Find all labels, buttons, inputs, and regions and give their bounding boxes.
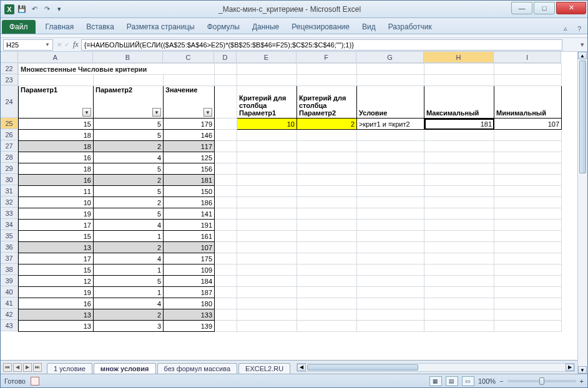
cell[interactable]: 5	[94, 130, 164, 141]
row-header[interactable]: 41	[1, 298, 18, 309]
cell[interactable]	[494, 287, 562, 298]
cell[interactable]: 2	[297, 119, 357, 130]
cell[interactable]: 18	[19, 130, 94, 141]
cell[interactable]	[215, 163, 237, 175]
sheet-tab[interactable]: EXCEL2.RU	[238, 363, 290, 374]
cell[interactable]	[237, 298, 297, 309]
cell[interactable]	[237, 253, 297, 264]
cell[interactable]: Значение▼	[164, 86, 215, 119]
ribbon-tab[interactable]: Вставка	[80, 20, 120, 34]
cell[interactable]	[237, 231, 297, 242]
cells-area[interactable]: Множественные Числовые критерииПараметр1…	[18, 63, 577, 360]
cell[interactable]	[237, 197, 297, 208]
column-header[interactable]: F	[296, 52, 356, 63]
cell[interactable]: 184	[164, 276, 215, 287]
scroll-right-icon[interactable]: ▶	[566, 364, 574, 371]
cell[interactable]	[357, 152, 424, 163]
cell[interactable]: 4	[94, 220, 164, 231]
cell[interactable]	[357, 197, 424, 208]
cell[interactable]	[424, 321, 494, 332]
cell[interactable]: 150	[164, 186, 215, 197]
cell[interactable]	[297, 253, 357, 264]
ribbon-tab[interactable]: Вид	[356, 20, 382, 34]
file-tab[interactable]: Файл	[2, 20, 36, 34]
cell[interactable]: 19	[19, 208, 94, 220]
cancel-formula-icon[interactable]: ✕	[57, 41, 62, 48]
cell[interactable]: 10	[19, 197, 94, 208]
cell[interactable]: 107	[164, 242, 215, 253]
cell[interactable]	[424, 287, 494, 298]
column-header[interactable]: B	[93, 52, 163, 63]
row-header[interactable]: 43	[1, 320, 18, 331]
cell[interactable]	[215, 220, 237, 231]
cell[interactable]: 161	[164, 231, 215, 242]
cell[interactable]: 16	[19, 152, 94, 163]
cell[interactable]	[297, 75, 357, 86]
minimize-button[interactable]: —	[511, 2, 532, 14]
cell[interactable]	[357, 141, 424, 152]
row-header[interactable]: 29	[1, 163, 18, 174]
cell[interactable]: 16	[19, 298, 94, 309]
cell[interactable]: 1	[94, 264, 164, 276]
cell[interactable]: 13	[19, 309, 94, 321]
cell[interactable]: 11	[19, 186, 94, 197]
cell[interactable]	[494, 321, 562, 332]
cell[interactable]: 4	[94, 298, 164, 309]
accept-formula-icon[interactable]: ✓	[64, 41, 69, 48]
cell[interactable]: 125	[164, 152, 215, 163]
macro-record-icon[interactable]	[31, 377, 39, 386]
cell[interactable]	[357, 175, 424, 186]
cell[interactable]: Множественные Числовые критерии	[19, 64, 215, 75]
cell[interactable]: 5	[94, 276, 164, 287]
cell[interactable]: 109	[164, 264, 215, 276]
vscroll-thumb[interactable]	[579, 61, 586, 173]
row-header[interactable]: 30	[1, 174, 18, 185]
cell[interactable]: 191	[164, 220, 215, 231]
filter-dropdown-icon[interactable]: ▼	[203, 108, 212, 117]
cell[interactable]: Минимальный	[494, 86, 562, 119]
cell[interactable]	[237, 163, 297, 175]
sheet-tab[interactable]: без формул массива	[157, 363, 238, 374]
ribbon-tab[interactable]: Данные	[246, 20, 285, 34]
cell[interactable]	[494, 130, 562, 141]
cell[interactable]	[357, 242, 424, 253]
cell[interactable]	[424, 231, 494, 242]
row-header[interactable]: 36	[1, 241, 18, 253]
cell[interactable]	[357, 264, 424, 276]
cell[interactable]	[297, 208, 357, 220]
redo-icon[interactable]: ↷	[42, 4, 52, 14]
cell[interactable]	[424, 175, 494, 186]
cell[interactable]	[297, 231, 357, 242]
cell[interactable]: 16	[19, 175, 94, 186]
cell[interactable]: 13	[19, 242, 94, 253]
cell[interactable]	[424, 141, 494, 152]
column-header[interactable]: E	[237, 52, 296, 63]
ribbon-tab[interactable]: Главная	[39, 20, 81, 34]
cell[interactable]	[494, 64, 562, 75]
help-icon[interactable]: ?	[571, 24, 587, 34]
zoom-out-icon[interactable]: −	[499, 377, 503, 385]
filter-dropdown-icon[interactable]: ▼	[82, 108, 91, 117]
cell[interactable]	[494, 163, 562, 175]
cell[interactable]	[297, 242, 357, 253]
cell[interactable]: Условие	[357, 86, 424, 119]
row-header[interactable]: 39	[1, 275, 18, 286]
cell[interactable]: 12	[19, 276, 94, 287]
cell[interactable]	[357, 208, 424, 220]
row-header[interactable]: 34	[1, 219, 18, 230]
cell[interactable]	[424, 298, 494, 309]
save-icon[interactable]: 💾	[17, 4, 27, 14]
ribbon-tab[interactable]: Разработчик	[382, 20, 438, 34]
row-header[interactable]: 28	[1, 152, 18, 163]
cell[interactable]	[215, 276, 237, 287]
cell[interactable]	[424, 220, 494, 231]
cell[interactable]	[297, 321, 357, 332]
cell[interactable]	[19, 75, 94, 86]
cell[interactable]	[297, 220, 357, 231]
view-page-layout-icon[interactable]: ▤	[446, 376, 458, 386]
cell[interactable]	[215, 287, 237, 298]
cell[interactable]	[215, 321, 237, 332]
cell[interactable]	[357, 309, 424, 321]
cell[interactable]	[297, 276, 357, 287]
cell[interactable]	[237, 75, 297, 86]
